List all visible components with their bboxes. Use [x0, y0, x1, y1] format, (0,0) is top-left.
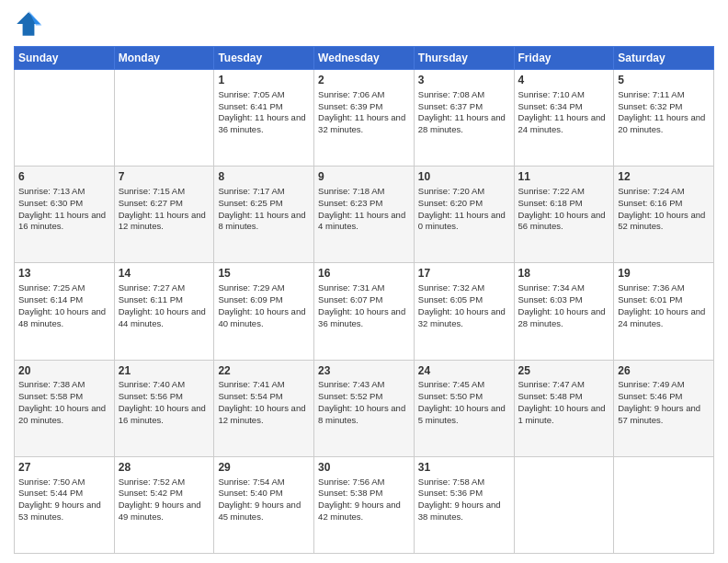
calendar-header-friday: Friday [514, 47, 614, 70]
calendar-cell: 19Sunrise: 7:36 AM Sunset: 6:01 PM Dayli… [614, 263, 714, 360]
calendar-week-row: 27Sunrise: 7:50 AM Sunset: 5:44 PM Dayli… [15, 456, 714, 553]
day-number: 3 [418, 73, 510, 88]
day-number: 4 [518, 73, 610, 88]
day-info: Sunrise: 7:27 AM Sunset: 6:11 PM Dayligh… [119, 282, 210, 329]
day-number: 5 [618, 73, 710, 88]
day-info: Sunrise: 7:29 AM Sunset: 6:09 PM Dayligh… [218, 282, 310, 329]
calendar-cell [114, 70, 214, 167]
calendar-cell: 18Sunrise: 7:34 AM Sunset: 6:03 PM Dayli… [514, 263, 614, 360]
calendar-week-row: 1Sunrise: 7:05 AM Sunset: 6:41 PM Daylig… [15, 70, 714, 167]
calendar-cell: 5Sunrise: 7:11 AM Sunset: 6:32 PM Daylig… [614, 70, 714, 167]
day-number: 17 [418, 266, 510, 282]
day-info: Sunrise: 7:25 AM Sunset: 6:14 PM Dayligh… [18, 282, 110, 329]
day-number: 22 [218, 363, 310, 379]
day-info: Sunrise: 7:54 AM Sunset: 5:40 PM Dayligh… [218, 477, 310, 523]
day-number: 8 [218, 169, 310, 185]
day-info: Sunrise: 7:40 AM Sunset: 5:56 PM Dayligh… [119, 379, 210, 426]
day-info: Sunrise: 7:50 AM Sunset: 5:44 PM Dayligh… [18, 477, 110, 523]
day-number: 23 [318, 363, 410, 379]
calendar-cell: 3Sunrise: 7:08 AM Sunset: 6:37 PM Daylig… [414, 70, 514, 167]
logo-icon [14, 9, 43, 39]
day-number: 27 [18, 460, 110, 476]
calendar-header-wednesday: Wednesday [314, 47, 415, 70]
day-info: Sunrise: 7:13 AM Sunset: 6:30 PM Dayligh… [18, 186, 110, 233]
calendar-cell: 8Sunrise: 7:17 AM Sunset: 6:25 PM Daylig… [214, 167, 314, 263]
day-number: 28 [119, 460, 210, 476]
calendar-header-monday: Monday [114, 47, 214, 70]
day-number: 26 [618, 363, 710, 379]
calendar-cell: 29Sunrise: 7:54 AM Sunset: 5:40 PM Dayli… [214, 456, 314, 553]
day-number: 10 [418, 169, 510, 185]
day-number: 11 [518, 169, 610, 185]
day-number: 24 [418, 363, 510, 379]
day-info: Sunrise: 7:31 AM Sunset: 6:07 PM Dayligh… [318, 282, 410, 329]
calendar-week-row: 6Sunrise: 7:13 AM Sunset: 6:30 PM Daylig… [15, 167, 714, 263]
day-info: Sunrise: 7:11 AM Sunset: 6:32 PM Dayligh… [618, 89, 710, 136]
calendar-week-row: 13Sunrise: 7:25 AM Sunset: 6:14 PM Dayli… [15, 263, 714, 360]
calendar-cell: 14Sunrise: 7:27 AM Sunset: 6:11 PM Dayli… [114, 263, 214, 360]
calendar-header-thursday: Thursday [414, 47, 514, 70]
day-number: 19 [618, 266, 710, 282]
day-info: Sunrise: 7:05 AM Sunset: 6:41 PM Dayligh… [218, 89, 310, 136]
day-info: Sunrise: 7:18 AM Sunset: 6:23 PM Dayligh… [318, 186, 410, 233]
calendar-cell: 24Sunrise: 7:45 AM Sunset: 5:50 PM Dayli… [414, 360, 514, 456]
day-info: Sunrise: 7:43 AM Sunset: 5:52 PM Dayligh… [318, 379, 410, 426]
day-number: 9 [318, 169, 410, 185]
calendar-header-sunday: Sunday [15, 47, 115, 70]
calendar-cell: 22Sunrise: 7:41 AM Sunset: 5:54 PM Dayli… [214, 360, 314, 456]
calendar-cell: 7Sunrise: 7:15 AM Sunset: 6:27 PM Daylig… [114, 167, 214, 263]
calendar-cell: 30Sunrise: 7:56 AM Sunset: 5:38 PM Dayli… [314, 456, 415, 553]
calendar-cell: 15Sunrise: 7:29 AM Sunset: 6:09 PM Dayli… [214, 263, 314, 360]
day-info: Sunrise: 7:20 AM Sunset: 6:20 PM Dayligh… [418, 186, 510, 233]
day-number: 31 [418, 460, 510, 476]
day-number: 7 [119, 169, 210, 185]
calendar-cell: 20Sunrise: 7:38 AM Sunset: 5:58 PM Dayli… [15, 360, 115, 456]
calendar-cell: 4Sunrise: 7:10 AM Sunset: 6:34 PM Daylig… [514, 70, 614, 167]
calendar-cell: 2Sunrise: 7:06 AM Sunset: 6:39 PM Daylig… [314, 70, 415, 167]
calendar-cell: 28Sunrise: 7:52 AM Sunset: 5:42 PM Dayli… [114, 456, 214, 553]
day-number: 14 [119, 266, 210, 282]
day-number: 12 [618, 169, 710, 185]
header [14, 9, 714, 39]
calendar-cell [514, 456, 614, 553]
calendar-cell: 6Sunrise: 7:13 AM Sunset: 6:30 PM Daylig… [15, 167, 115, 263]
calendar-cell: 13Sunrise: 7:25 AM Sunset: 6:14 PM Dayli… [15, 263, 115, 360]
day-info: Sunrise: 7:34 AM Sunset: 6:03 PM Dayligh… [518, 282, 610, 329]
calendar-cell: 9Sunrise: 7:18 AM Sunset: 6:23 PM Daylig… [314, 167, 415, 263]
calendar-cell: 1Sunrise: 7:05 AM Sunset: 6:41 PM Daylig… [214, 70, 314, 167]
day-info: Sunrise: 7:15 AM Sunset: 6:27 PM Dayligh… [119, 186, 210, 233]
day-number: 21 [119, 363, 210, 379]
calendar-cell [614, 456, 714, 553]
calendar-cell: 12Sunrise: 7:24 AM Sunset: 6:16 PM Dayli… [614, 167, 714, 263]
day-info: Sunrise: 7:17 AM Sunset: 6:25 PM Dayligh… [218, 186, 310, 233]
day-number: 29 [218, 460, 310, 476]
calendar-header-tuesday: Tuesday [214, 47, 314, 70]
day-info: Sunrise: 7:41 AM Sunset: 5:54 PM Dayligh… [218, 379, 310, 426]
day-number: 25 [518, 363, 610, 379]
day-info: Sunrise: 7:58 AM Sunset: 5:36 PM Dayligh… [418, 477, 510, 523]
day-number: 2 [318, 73, 410, 88]
calendar-cell: 23Sunrise: 7:43 AM Sunset: 5:52 PM Dayli… [314, 360, 415, 456]
day-number: 1 [218, 73, 310, 88]
day-info: Sunrise: 7:22 AM Sunset: 6:18 PM Dayligh… [518, 186, 610, 233]
calendar-week-row: 20Sunrise: 7:38 AM Sunset: 5:58 PM Dayli… [15, 360, 714, 456]
calendar-cell: 17Sunrise: 7:32 AM Sunset: 6:05 PM Dayli… [414, 263, 514, 360]
day-info: Sunrise: 7:08 AM Sunset: 6:37 PM Dayligh… [418, 89, 510, 136]
calendar-cell: 25Sunrise: 7:47 AM Sunset: 5:48 PM Dayli… [514, 360, 614, 456]
day-number: 6 [18, 169, 110, 185]
day-number: 16 [318, 266, 410, 282]
day-info: Sunrise: 7:45 AM Sunset: 5:50 PM Dayligh… [418, 379, 510, 426]
day-info: Sunrise: 7:24 AM Sunset: 6:16 PM Dayligh… [618, 186, 710, 233]
calendar-cell: 10Sunrise: 7:20 AM Sunset: 6:20 PM Dayli… [414, 167, 514, 263]
day-number: 13 [18, 266, 110, 282]
day-info: Sunrise: 7:38 AM Sunset: 5:58 PM Dayligh… [18, 379, 110, 426]
day-info: Sunrise: 7:52 AM Sunset: 5:42 PM Dayligh… [119, 477, 210, 523]
calendar-cell: 16Sunrise: 7:31 AM Sunset: 6:07 PM Dayli… [314, 263, 415, 360]
calendar-cell: 21Sunrise: 7:40 AM Sunset: 5:56 PM Dayli… [114, 360, 214, 456]
day-number: 15 [218, 266, 310, 282]
day-number: 20 [18, 363, 110, 379]
calendar-header-row: SundayMondayTuesdayWednesdayThursdayFrid… [15, 47, 714, 70]
page: SundayMondayTuesdayWednesdayThursdayFrid… [0, 0, 728, 563]
day-info: Sunrise: 7:10 AM Sunset: 6:34 PM Dayligh… [518, 89, 610, 136]
day-info: Sunrise: 7:49 AM Sunset: 5:46 PM Dayligh… [618, 379, 710, 426]
